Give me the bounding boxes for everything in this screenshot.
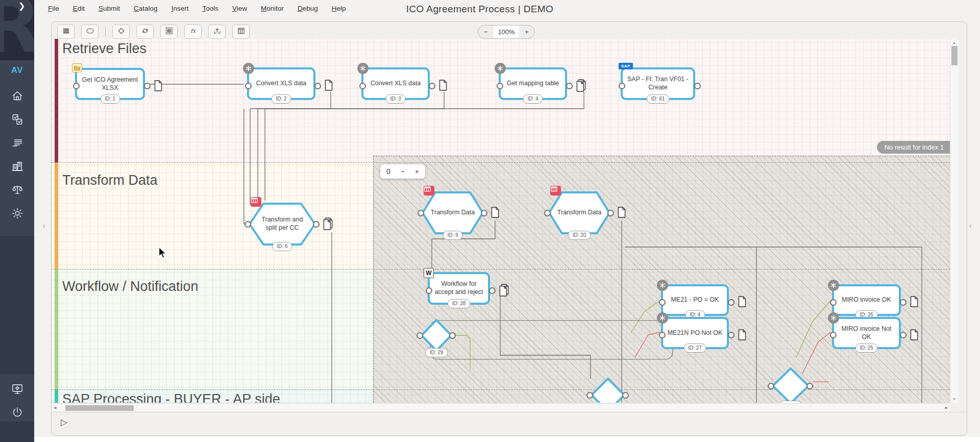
diamond-node[interactable]: ID: 24 [772, 367, 810, 403]
sidebar-item-scales[interactable] [0, 180, 34, 200]
input-port[interactable] [830, 332, 837, 338]
output-port[interactable] [481, 210, 487, 216]
diamond-node[interactable]: ID: 29 [421, 319, 452, 352]
task-node[interactable]: ME21 - PO = OKID: 4 [661, 284, 729, 316]
menu-monitor[interactable]: Monitor [261, 5, 284, 12]
result-file-icon[interactable] [324, 79, 334, 94]
output-port[interactable] [694, 83, 701, 89]
output-port[interactable] [900, 332, 906, 338]
output-port[interactable] [144, 83, 151, 89]
output-port[interactable] [806, 383, 813, 389]
toolbar-export-button[interactable] [208, 24, 226, 39]
vertical-scroll-thumb[interactable] [951, 46, 958, 65]
avatar[interactable]: AV [0, 62, 34, 79]
task-node[interactable]: ME21N PO Not OKID: 27 [661, 317, 729, 349]
sidebar-item-report[interactable] [0, 133, 34, 153]
input-port[interactable] [73, 83, 80, 89]
hexagon-node[interactable]: Transform Data ID: 9 [422, 191, 484, 234]
menu-submit[interactable]: Submit [99, 5, 120, 12]
menu-view[interactable]: View [232, 5, 247, 12]
toolbar-loop-button[interactable] [136, 24, 154, 39]
result-file-icon[interactable] [438, 79, 448, 94]
output-port[interactable] [728, 299, 734, 306]
menu-insert[interactable]: Insert [172, 5, 189, 12]
input-port[interactable] [586, 392, 593, 399]
output-port[interactable] [489, 287, 496, 294]
menu-tools[interactable]: Tools [202, 5, 218, 12]
input-port[interactable] [830, 299, 837, 306]
output-port[interactable] [429, 83, 435, 89]
input-port[interactable] [659, 299, 666, 306]
hexagon-node[interactable]: Transform and split per CC ID: 6 [249, 203, 316, 245]
output-port[interactable] [728, 332, 734, 338]
scroll-right-icon[interactable]: ▶ [945, 406, 948, 410]
output-port[interactable] [449, 332, 456, 339]
input-port[interactable] [659, 332, 666, 338]
hexagon-node[interactable]: Transform Data ID: 20 [548, 191, 610, 234]
menu-debug[interactable]: Debug [298, 5, 318, 12]
zoom-in-button[interactable]: + [519, 26, 534, 38]
input-port[interactable] [416, 332, 423, 339]
sidebar-item-home[interactable] [0, 86, 34, 106]
input-port[interactable] [768, 383, 774, 389]
diamond-node[interactable] [591, 378, 625, 403]
scroll-up-icon[interactable]: ▲ [952, 41, 956, 44]
vertical-scrollbar[interactable]: ▲ ▼ [950, 39, 958, 403]
task-node[interactable]: Convert XLS dataID: 2 [247, 67, 315, 100]
process-canvas[interactable]: Retrieve Files Transform Data Workflow /… [52, 39, 950, 403]
sidebar-item-power[interactable] [0, 402, 34, 423]
toolbar-grid-select-button[interactable] [160, 24, 178, 39]
run-button[interactable]: ▷ [61, 417, 67, 428]
left-panel-handle[interactable]: › [43, 222, 45, 230]
result-file-icon[interactable] [737, 296, 747, 310]
input-port[interactable] [619, 83, 625, 89]
sidebar-item-organization[interactable] [0, 156, 34, 177]
toolbar-lanes-button[interactable] [57, 24, 75, 39]
output-port[interactable] [622, 392, 629, 399]
task-node[interactable]: Get mapping tableID: 4 [499, 67, 567, 100]
result-file-icon[interactable] [909, 296, 919, 310]
input-port[interactable] [497, 83, 503, 89]
task-node[interactable]: MIRO invoice Not OKID: 25 [832, 317, 901, 349]
horizontal-scroll-thumb[interactable] [65, 405, 134, 411]
input-port[interactable] [359, 83, 366, 89]
scroll-down-icon[interactable]: ▼ [952, 397, 956, 401]
result-file-icon[interactable] [498, 284, 510, 300]
result-file-icon[interactable] [737, 329, 747, 343]
input-port[interactable] [544, 210, 551, 216]
task-node[interactable]: Get ICO Agreement XLSXID: 1 [75, 68, 145, 100]
task-node[interactable]: SAP - FI: Tran VF01 - CreateID: 61 SAP [621, 67, 695, 100]
input-port[interactable] [418, 210, 424, 216]
scroll-left-icon[interactable]: ◀ [54, 406, 56, 410]
task-node[interactable]: MIRO invoice OKID: 26 [832, 284, 901, 316]
menu-edit[interactable]: Edit [73, 5, 85, 12]
input-port[interactable] [426, 287, 432, 294]
right-panel-handle[interactable]: ‹ [969, 222, 972, 230]
sidebar-expand-icon[interactable]: ❯ [18, 1, 25, 11]
sidebar-item-settings[interactable] [0, 203, 34, 224]
menu-file[interactable]: File [48, 5, 59, 12]
sidebar-item-monitor-settings[interactable] [0, 379, 34, 399]
output-port[interactable] [900, 299, 906, 306]
output-port[interactable] [313, 221, 320, 228]
task-node[interactable]: Convert XLS dataID: 3 [361, 67, 430, 100]
output-port[interactable] [314, 83, 321, 89]
menu-catalog[interactable]: Catalog [134, 5, 158, 12]
toolbar-diamond-button[interactable] [112, 24, 130, 39]
toolbar-comment-button[interactable] [81, 24, 99, 39]
result-file-icon[interactable] [909, 329, 919, 343]
sidebar-item-tasks[interactable] [0, 109, 34, 130]
result-file-icon[interactable] [575, 79, 587, 95]
counter-increment-button[interactable]: + [415, 167, 419, 176]
counter-decrement-button[interactable]: − [401, 167, 405, 176]
horizontal-scrollbar[interactable]: ◀ ▶ [52, 403, 950, 411]
toolbar-table-button[interactable] [232, 24, 250, 39]
output-port[interactable] [607, 210, 614, 216]
toolbar-fx-button[interactable]: fx [184, 24, 202, 39]
input-port[interactable] [244, 221, 251, 228]
menu-help[interactable]: Help [332, 5, 346, 12]
result-file-icon[interactable] [153, 80, 163, 94]
task-node[interactable]: Workflow for accept and rejectID: 28 W [428, 272, 490, 305]
output-port[interactable] [566, 83, 573, 89]
zoom-out-button[interactable]: − [478, 26, 494, 38]
